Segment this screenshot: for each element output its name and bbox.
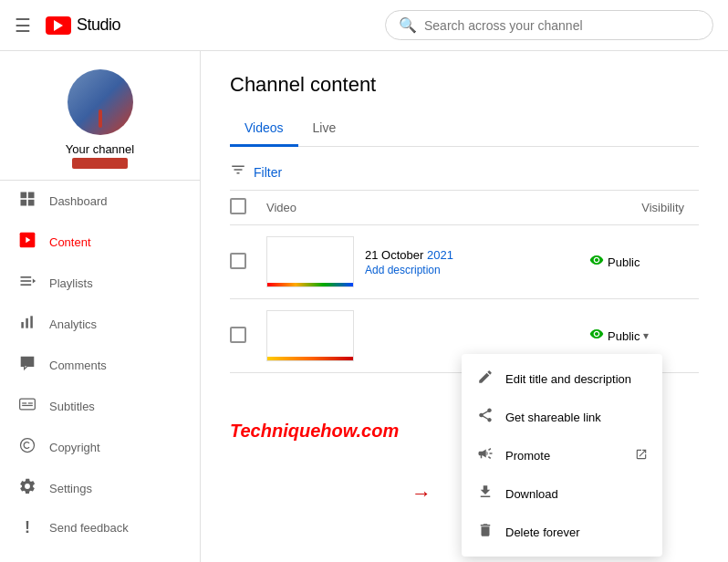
edit-icon	[476, 369, 494, 389]
youtube-logo-icon	[46, 16, 71, 35]
visibility-1: Public	[589, 253, 699, 271]
feedback-icon: !	[18, 518, 36, 537]
menu-item-delete[interactable]: Delete forever	[462, 513, 662, 551]
visibility-badge-2: Public ▾	[589, 327, 684, 345]
avatar	[68, 69, 133, 135]
video-info-1: 21 October 2021 Add description	[365, 248, 589, 276]
filter-bar: Filter	[230, 154, 699, 191]
dashboard-label: Dashboard	[49, 194, 108, 208]
settings-icon	[18, 477, 36, 500]
menu-item-edit[interactable]: Edit title and description	[462, 359, 662, 398]
share-label: Get shareable link	[505, 411, 648, 424]
visibility-text-1: Public	[608, 255, 640, 269]
subtitles-label: Subtitles	[49, 400, 95, 413]
feedback-label: Send feedback	[49, 521, 129, 535]
header: ☰ Studio 🔍	[0, 0, 728, 51]
header-left: ☰ Studio	[15, 15, 120, 36]
svg-rect-1	[28, 193, 35, 199]
search-icon: 🔍	[399, 16, 417, 34]
filter-button[interactable]: Filter	[254, 165, 282, 180]
download-icon	[476, 484, 494, 504]
analytics-label: Analytics	[49, 317, 97, 331]
channel-link[interactable]: ●●●●●●●●	[72, 158, 128, 169]
svg-rect-2	[21, 200, 27, 206]
select-all-checkbox[interactable]	[230, 198, 246, 214]
table-row-2: Public ▾ Edit title and description	[230, 299, 699, 373]
video-date-1: 21 October 2021	[365, 248, 589, 262]
page-title: Channel content	[230, 73, 699, 97]
svg-rect-11	[26, 318, 28, 328]
table-header: Video Visibility	[230, 191, 699, 225]
copyright-icon	[18, 436, 36, 459]
sidebar-item-content[interactable]: Content	[0, 222, 200, 263]
row1-checkbox[interactable]	[230, 253, 246, 269]
sidebar-item-comments[interactable]: Comments	[0, 345, 200, 386]
content-icon	[18, 231, 36, 254]
analytics-icon	[18, 313, 36, 336]
svg-rect-6	[21, 276, 32, 278]
search-bar: 🔍	[385, 10, 713, 40]
svg-rect-8	[21, 284, 32, 286]
row2-checkbox[interactable]	[230, 327, 246, 343]
sidebar-item-feedback[interactable]: ! Send feedback	[0, 509, 200, 546]
context-menu: Edit title and description Get shareable…	[462, 354, 662, 557]
logo: Studio	[46, 16, 120, 35]
delete-icon	[476, 522, 494, 542]
public-eye-icon-2	[589, 327, 604, 345]
svg-rect-18	[22, 405, 33, 406]
download-label: Download	[505, 487, 648, 501]
settings-label: Settings	[49, 482, 92, 495]
tab-bar: Videos Live	[230, 111, 699, 147]
promote-icon	[476, 445, 494, 465]
svg-rect-16	[22, 402, 26, 403]
menu-item-promote[interactable]: Promote	[462, 436, 662, 474]
video-year-1: 2021	[427, 248, 453, 262]
video-desc-1[interactable]: Add description	[365, 264, 589, 276]
visibility-text-2: Public	[608, 329, 640, 343]
menu-item-download[interactable]: → Download	[462, 474, 662, 513]
svg-rect-0	[21, 193, 27, 199]
copyright-label: Copyright	[49, 441, 100, 454]
sidebar-item-playlists[interactable]: Playlists	[0, 263, 200, 304]
sidebar: Your channel ●●●●●●●● Dashboard Content …	[0, 51, 201, 562]
logo-text: Studio	[77, 16, 120, 35]
playlists-icon	[18, 272, 36, 295]
svg-marker-9	[33, 279, 36, 284]
subtitles-icon	[18, 395, 36, 418]
tab-live[interactable]: Live	[298, 111, 351, 147]
sidebar-item-dashboard[interactable]: Dashboard	[0, 181, 200, 222]
svg-rect-14	[24, 362, 29, 363]
svg-rect-10	[21, 322, 24, 328]
svg-rect-3	[28, 200, 35, 206]
visibility-dropdown-arrow[interactable]: ▾	[643, 329, 649, 342]
menu-button[interactable]: ☰	[15, 15, 31, 36]
visibility-badge-1: Public	[589, 253, 684, 271]
svg-rect-13	[24, 360, 31, 361]
sidebar-item-subtitles[interactable]: Subtitles	[0, 386, 200, 427]
dashboard-icon	[18, 190, 36, 213]
promote-external-icon	[635, 448, 648, 463]
svg-rect-17	[28, 402, 33, 403]
red-arrow: →	[411, 482, 432, 505]
tab-videos[interactable]: Videos	[230, 111, 298, 147]
video-thumbnail-1	[266, 236, 354, 287]
sidebar-item-settings[interactable]: Settings	[0, 468, 200, 509]
svg-rect-12	[30, 316, 33, 328]
visibility-2: Public ▾	[589, 327, 699, 345]
main-content: Channel content Videos Live Filter Video…	[201, 51, 728, 562]
svg-rect-7	[21, 280, 32, 282]
column-header-video: Video	[266, 201, 589, 214]
table-row: 21 October 2021 Add description Public	[230, 225, 699, 299]
comments-label: Comments	[49, 359, 107, 372]
layout: Your channel ●●●●●●●● Dashboard Content …	[0, 51, 728, 562]
content-label: Content	[49, 235, 91, 249]
search-input[interactable]	[424, 18, 700, 33]
sidebar-item-copyright[interactable]: Copyright	[0, 427, 200, 468]
sidebar-item-analytics[interactable]: Analytics	[0, 304, 200, 345]
public-eye-icon-1	[589, 253, 604, 271]
video-thumbnail-2	[266, 310, 354, 361]
menu-item-share[interactable]: Get shareable link	[462, 398, 662, 436]
playlists-label: Playlists	[49, 276, 93, 290]
filter-icon	[230, 161, 246, 182]
edit-label: Edit title and description	[505, 372, 648, 386]
